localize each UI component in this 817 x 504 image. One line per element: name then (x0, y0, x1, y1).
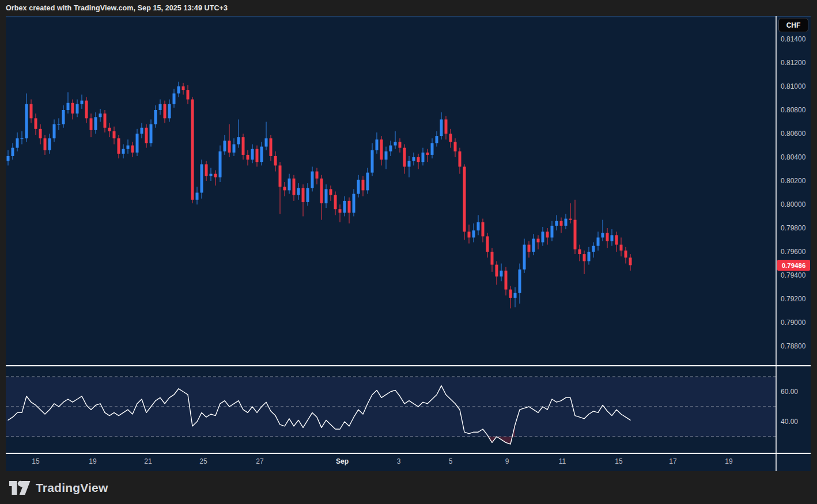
candle (141, 128, 143, 134)
candle (574, 220, 577, 249)
candle (472, 230, 475, 237)
candle (602, 233, 604, 237)
candle (53, 124, 56, 139)
price-tick-label: 0.80000 (781, 200, 806, 209)
candle (449, 134, 452, 142)
candle (99, 113, 102, 117)
time-tick-label[interactable]: 25 (199, 457, 207, 465)
top-accent-line (6, 16, 811, 17)
candle (597, 237, 600, 245)
candle (260, 147, 263, 162)
tradingview-logo-icon (9, 480, 31, 496)
candle (136, 134, 139, 153)
candle (16, 138, 19, 147)
rsi-tick-label: 40.00 (781, 418, 798, 426)
candle (477, 222, 480, 230)
candle (265, 138, 268, 146)
chart-export-frame: Orbex created with TradingView.com, Sep … (0, 0, 817, 504)
symbol-badge-label: CHF (786, 21, 801, 29)
candle (440, 119, 443, 136)
candle (537, 238, 540, 242)
time-tick-label[interactable]: 15 (32, 457, 40, 465)
attribution-text: Orbex created with TradingView.com, Sep … (6, 4, 228, 12)
candle (288, 179, 291, 191)
price-tick-label: 0.79600 (781, 248, 806, 256)
time-tick-label[interactable]: 19 (725, 457, 733, 465)
candle (108, 128, 111, 131)
candle (330, 189, 332, 195)
candle (500, 271, 503, 276)
candle (376, 139, 379, 150)
candle (159, 104, 162, 110)
candle (348, 201, 351, 213)
candle (196, 193, 199, 200)
candle (307, 188, 309, 202)
candle (210, 174, 213, 176)
candle (113, 131, 116, 138)
candle (311, 172, 314, 188)
attribution-bar: Orbex created with TradingView.com, Sep … (0, 0, 817, 16)
candle (588, 252, 591, 261)
footer-bar: TradingView (0, 471, 817, 504)
candle (7, 156, 10, 161)
candle (154, 110, 157, 124)
candle (164, 104, 167, 119)
candle (270, 138, 273, 156)
candle (380, 139, 383, 160)
candle (302, 188, 305, 202)
candle (606, 233, 609, 241)
candle (127, 146, 130, 149)
time-tick-label[interactable]: 17 (669, 457, 677, 465)
price-tick-label: 0.80200 (781, 177, 806, 185)
time-tick-label[interactable]: 9 (505, 457, 509, 465)
candle (505, 271, 508, 290)
candle (620, 245, 623, 251)
candle (224, 141, 226, 151)
candle (67, 103, 70, 110)
candle (71, 103, 74, 113)
candle (509, 290, 512, 298)
time-tick-label[interactable]: 19 (89, 457, 97, 465)
candle (569, 219, 572, 220)
candle (463, 166, 466, 232)
last-price-value: 0.79486 (782, 262, 806, 269)
time-tick-label[interactable]: Sep (336, 457, 349, 465)
time-tick-label[interactable]: 5 (449, 457, 453, 465)
candle (394, 142, 397, 145)
candle (283, 187, 286, 190)
candle (454, 142, 457, 151)
candle (191, 100, 194, 200)
candle (578, 249, 581, 254)
candle (385, 151, 388, 160)
time-tick-label[interactable]: 15 (615, 457, 623, 465)
candle (551, 226, 554, 238)
candle (177, 86, 180, 93)
candle (459, 151, 462, 167)
time-tick-label[interactable]: 11 (559, 457, 566, 465)
candle (528, 245, 531, 252)
candle (58, 124, 60, 125)
candle (279, 165, 282, 187)
candle (25, 104, 28, 138)
time-tick-label[interactable]: 3 (397, 457, 401, 465)
candle (214, 174, 217, 177)
candle (417, 157, 420, 162)
candle (357, 180, 360, 194)
time-tick-label[interactable]: 27 (256, 457, 264, 465)
candle (44, 138, 47, 150)
chart-area[interactable]: 0.814000.812000.810000.808000.806000.804… (6, 16, 811, 471)
candle (532, 238, 535, 252)
candle (389, 146, 392, 151)
price-rsi-chart[interactable]: 0.814000.812000.810000.808000.806000.804… (6, 16, 811, 471)
candle (625, 251, 627, 257)
price-tick-label: 0.79800 (781, 224, 806, 232)
candle (104, 113, 107, 128)
candle (431, 143, 434, 155)
candle (316, 172, 319, 179)
candle (615, 235, 618, 244)
candle (426, 153, 429, 155)
candle (565, 219, 568, 226)
price-tick-label: 0.81400 (781, 35, 806, 43)
time-tick-label[interactable]: 21 (144, 457, 152, 465)
candle (413, 157, 415, 161)
